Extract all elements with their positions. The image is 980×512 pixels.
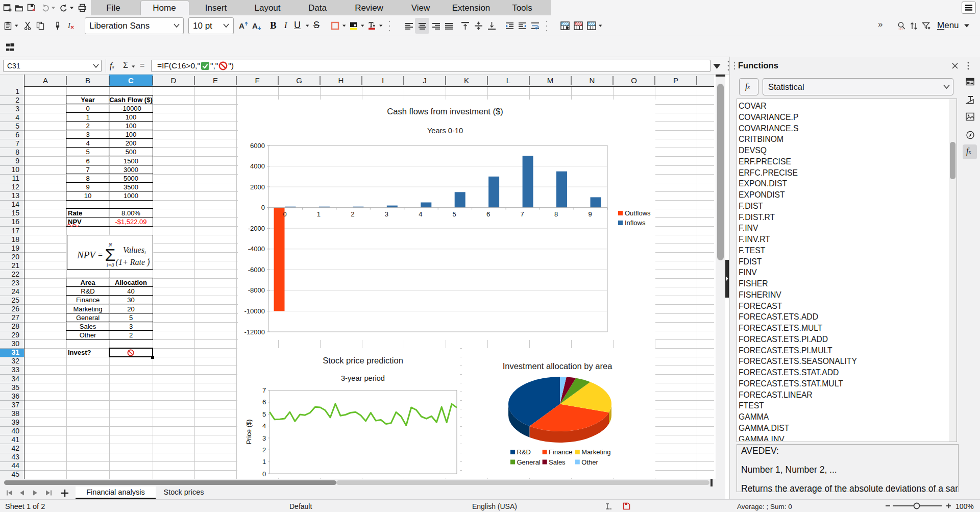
svg-text:Years 0-10: Years 0-10 bbox=[427, 127, 463, 135]
svg-text:2: 2 bbox=[262, 446, 265, 454]
svg-text:5: 5 bbox=[453, 210, 456, 218]
svg-text:4: 4 bbox=[419, 210, 422, 218]
svg-text:-10000: -10000 bbox=[244, 307, 265, 315]
svg-text:3: 3 bbox=[262, 434, 265, 442]
svg-text:A: A bbox=[252, 21, 258, 30]
svg-text:0: 0 bbox=[262, 470, 265, 478]
svg-text:Outflows: Outflows bbox=[625, 209, 651, 217]
svg-text:=: = bbox=[98, 251, 103, 259]
svg-text:4: 4 bbox=[262, 422, 265, 430]
svg-text:0: 0 bbox=[283, 210, 286, 218]
svg-text:Price ($): Price ($) bbox=[245, 419, 253, 444]
svg-text:Inflows: Inflows bbox=[625, 219, 646, 227]
svg-text:I: I bbox=[67, 22, 71, 30]
svg-text:i=0: i=0 bbox=[106, 262, 114, 268]
svg-text:Investment allocation by area: Investment allocation by area bbox=[503, 361, 612, 371]
svg-text:9: 9 bbox=[588, 210, 592, 218]
svg-text:2: 2 bbox=[351, 210, 354, 218]
svg-text:6: 6 bbox=[486, 210, 490, 218]
svg-text:R&D: R&D bbox=[517, 448, 531, 456]
svg-text:1: 1 bbox=[262, 458, 265, 466]
svg-text:Marketing: Marketing bbox=[581, 448, 610, 456]
svg-text:(1+ Rate ): (1+ Rate ) bbox=[115, 258, 150, 267]
svg-text:Values: Values bbox=[123, 246, 144, 254]
svg-text:6: 6 bbox=[262, 398, 265, 406]
svg-text:Σ: Σ bbox=[105, 245, 115, 264]
svg-text:Finance: Finance bbox=[549, 448, 572, 456]
svg-text:7: 7 bbox=[520, 210, 524, 218]
svg-text:3-year period: 3-year period bbox=[341, 374, 385, 382]
svg-text:0: 0 bbox=[261, 204, 265, 211]
svg-text:8: 8 bbox=[554, 210, 558, 218]
svg-text:-8000: -8000 bbox=[248, 286, 265, 294]
svg-text:-2000: -2000 bbox=[248, 225, 265, 232]
svg-text:Stock price prediction: Stock price prediction bbox=[323, 356, 403, 365]
svg-text:3: 3 bbox=[385, 210, 388, 218]
svg-text:-4000: -4000 bbox=[248, 245, 265, 253]
svg-text:Other: Other bbox=[581, 458, 598, 466]
svg-text:7: 7 bbox=[262, 386, 265, 394]
svg-text:-12000: -12000 bbox=[244, 328, 265, 336]
svg-text:A: A bbox=[239, 21, 244, 30]
svg-text:-6000: -6000 bbox=[248, 266, 265, 274]
svg-text:4000: 4000 bbox=[250, 162, 265, 170]
svg-text:5: 5 bbox=[262, 410, 265, 418]
svg-text:Cash flows from investment ($): Cash flows from investment ($) bbox=[387, 107, 503, 116]
svg-text:6000: 6000 bbox=[250, 142, 265, 150]
svg-text:2000: 2000 bbox=[250, 183, 265, 191]
svg-text:1: 1 bbox=[317, 210, 321, 218]
svg-text:i: i bbox=[144, 250, 146, 255]
svg-text:General: General bbox=[517, 458, 541, 466]
svg-text:NPV: NPV bbox=[77, 250, 96, 260]
svg-text:Sales: Sales bbox=[549, 458, 566, 466]
